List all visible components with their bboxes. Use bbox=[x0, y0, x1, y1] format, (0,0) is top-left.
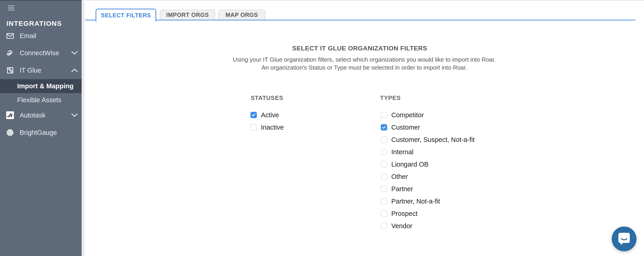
sidebar-item-label: ConnectWise bbox=[20, 49, 59, 57]
checkbox-active[interactable] bbox=[250, 112, 257, 118]
checkbox-label[interactable]: Inactive bbox=[261, 124, 284, 131]
sidebar-item-brightgauge[interactable]: BrightGauge bbox=[0, 126, 82, 139]
sidebar-section-title: INTEGRATIONS bbox=[6, 20, 62, 27]
checkbox-row-prospect: Prospect bbox=[381, 207, 474, 220]
tab-underline bbox=[85, 20, 635, 20]
checkbox-inactive[interactable] bbox=[250, 124, 257, 130]
chevron-down-icon bbox=[71, 113, 78, 118]
types-list: Competitor Customer Customer, Suspect, N… bbox=[381, 109, 474, 232]
hamburger-menu-icon[interactable] bbox=[8, 5, 18, 13]
checkbox-customer-suspect-not-a-fit[interactable] bbox=[381, 136, 387, 143]
checkbox-label[interactable]: Prospect bbox=[391, 210, 417, 217]
tab-label: IMPORT ORGS bbox=[166, 12, 209, 18]
checkbox-label[interactable]: Vendor bbox=[391, 222, 412, 230]
page-description: Using your IT Glue organization filters,… bbox=[230, 56, 498, 72]
checkbox-row-liongard-ob: Liongard OB bbox=[381, 158, 474, 170]
checkbox-label[interactable]: Customer bbox=[391, 124, 420, 131]
checkbox-prospect[interactable] bbox=[381, 210, 387, 217]
chevron-down-icon bbox=[71, 50, 78, 55]
sidebar-item-label: Email bbox=[20, 32, 36, 40]
statuses-header: STATUSES bbox=[251, 95, 283, 102]
sidebar-item-label: Autotask bbox=[20, 112, 46, 119]
checkbox-label[interactable]: Liongard OB bbox=[391, 161, 428, 168]
sidebar-item-import-mapping[interactable]: Import & Mapping bbox=[0, 79, 82, 93]
checkbox-label[interactable]: Active bbox=[261, 111, 279, 119]
sidebar: INTEGRATIONS Email ConnectWise bbox=[0, 0, 82, 256]
checkbox-row-partner-not-a-fit: Partner, Not-a-fit bbox=[381, 195, 474, 207]
checkbox-customer[interactable] bbox=[381, 124, 387, 130]
checkbox-label[interactable]: Partner, Not-a-fit bbox=[391, 198, 440, 205]
svg-text:A: A bbox=[8, 112, 12, 119]
checkbox-partner[interactable] bbox=[381, 186, 387, 192]
sidebar-item-label: IT Glue bbox=[20, 67, 42, 74]
checkbox-row-vendor: Vendor bbox=[381, 220, 474, 232]
checkbox-label[interactable]: Competitor bbox=[391, 111, 424, 119]
sidebar-item-label: Flexible Assets bbox=[17, 96, 61, 104]
tab-map-orgs[interactable]: MAP ORGS bbox=[218, 9, 265, 20]
connectwise-icon bbox=[6, 49, 14, 57]
checkbox-internal[interactable] bbox=[381, 149, 387, 155]
tab-label: SELECT FILTERS bbox=[101, 12, 151, 19]
tab-select-filters[interactable]: SELECT FILTERS bbox=[96, 9, 156, 21]
sidebar-item-label: BrightGauge bbox=[20, 129, 57, 136]
checkbox-row-active: Active bbox=[250, 109, 284, 121]
checkbox-liongard-ob[interactable] bbox=[381, 161, 387, 167]
checkbox-row-customer: Customer bbox=[381, 121, 474, 133]
sidebar-item-label: Import & Mapping bbox=[17, 82, 74, 90]
intercom-chat-icon bbox=[618, 233, 630, 245]
page-title: SELECT IT GLUE ORGANIZATION FILTERS bbox=[84, 45, 635, 52]
sidebar-item-connectwise[interactable]: ConnectWise bbox=[0, 46, 82, 60]
main-content: SELECT FILTERS IMPORT ORGS MAP ORGS SELE… bbox=[84, 1, 644, 256]
tab-import-orgs[interactable]: IMPORT ORGS bbox=[160, 9, 215, 20]
sidebar-item-email[interactable]: Email bbox=[0, 29, 82, 43]
checkbox-partner-not-a-fit[interactable] bbox=[381, 198, 387, 204]
statuses-list: Active Inactive bbox=[250, 109, 284, 133]
checkbox-label[interactable]: Other bbox=[391, 173, 408, 180]
autotask-icon: A bbox=[6, 111, 14, 119]
tab-label: MAP ORGS bbox=[226, 12, 258, 18]
sidebar-item-itglue[interactable]: IT Glue bbox=[0, 63, 82, 77]
sidebar-divider bbox=[82, 0, 84, 256]
checkbox-row-partner: Partner bbox=[381, 183, 474, 195]
checkbox-row-internal: Internal bbox=[381, 146, 474, 158]
top-strip bbox=[0, 0, 644, 1]
sidebar-item-autotask[interactable]: A Autotask bbox=[0, 108, 82, 122]
types-header: TYPES bbox=[380, 95, 401, 102]
checkbox-row-competitor: Competitor bbox=[381, 109, 474, 121]
checkbox-row-other: Other bbox=[381, 170, 474, 183]
checkbox-label[interactable]: Internal bbox=[391, 148, 414, 156]
checkbox-vendor[interactable] bbox=[381, 223, 387, 229]
checkbox-competitor[interactable] bbox=[381, 112, 387, 118]
checkbox-label[interactable]: Partner bbox=[391, 185, 413, 193]
checkbox-other[interactable] bbox=[381, 173, 387, 180]
sidebar-item-flexible-assets[interactable]: Flexible Assets bbox=[0, 93, 82, 107]
chevron-up-icon bbox=[71, 68, 78, 73]
checkbox-row-customer-suspect-not-a-fit: Customer, Suspect, Not-a-fit bbox=[381, 133, 474, 146]
checkbox-label[interactable]: Customer, Suspect, Not-a-fit bbox=[391, 136, 474, 143]
intercom-chat-button[interactable] bbox=[612, 227, 636, 251]
email-icon bbox=[6, 32, 14, 40]
brightgauge-icon bbox=[6, 128, 14, 137]
itglue-icon bbox=[6, 66, 14, 74]
checkbox-row-inactive: Inactive bbox=[250, 121, 284, 133]
